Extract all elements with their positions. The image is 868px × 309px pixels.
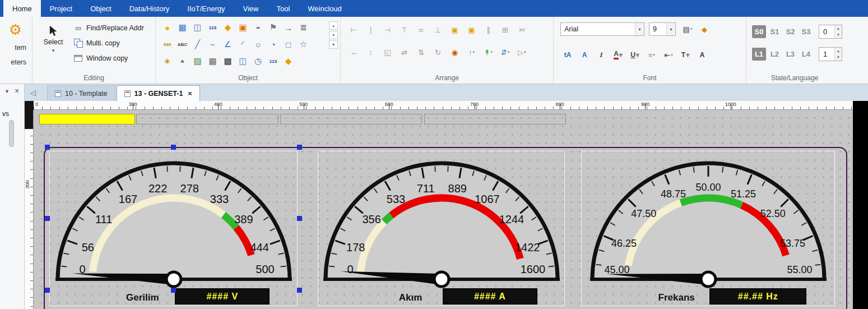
chevron-down-icon[interactable]: ▾: [686, 51, 689, 59]
menu-data-history[interactable]: Data/History: [120, 0, 179, 17]
flip-v-icon[interactable]: ⇅: [415, 46, 428, 58]
selection-handle[interactable]: [297, 145, 302, 150]
rect-icon[interactable]: □: [281, 37, 295, 52]
gear-icon[interactable]: ⚙: [9, 21, 22, 39]
state-s1-button[interactable]: S1: [768, 25, 782, 38]
grow-font-icon[interactable]: tA: [560, 48, 575, 62]
selection-handle[interactable]: [45, 145, 50, 150]
gallery-more-icon[interactable]: ▼: [329, 40, 338, 49]
nudge-icon[interactable]: ⊞: [499, 24, 512, 36]
gauge-value-display[interactable]: ##.## Hz: [709, 288, 806, 305]
burst-icon[interactable]: ∗: [160, 54, 174, 68]
layer-order-icon[interactable]: ⇵▾: [499, 46, 512, 58]
send-back-icon[interactable]: ▷▾: [516, 46, 528, 58]
language-l1-button[interactable]: L1: [752, 48, 766, 61]
spinner-up-icon[interactable]: ▲: [835, 48, 842, 54]
panel-collapse-icon[interactable]: ▼: [4, 89, 10, 94]
font-family-combo[interactable]: Arial ▾: [560, 22, 644, 36]
chevron-down-icon[interactable]: ▾: [52, 48, 55, 53]
selected-screen-bar[interactable]: [39, 114, 135, 124]
format-brush-icon[interactable]: ◆: [697, 22, 712, 36]
menu-project[interactable]: Project: [41, 0, 81, 17]
text-style-icon[interactable]: A: [695, 48, 709, 62]
font-settings-icon[interactable]: ▤▾: [680, 22, 695, 36]
chevron-down-icon[interactable]: ▾: [671, 53, 673, 57]
chevron-down-icon[interactable]: ▾: [619, 51, 623, 59]
space-evenly-icon[interactable]: ∥: [482, 24, 495, 36]
panel-scrollbar[interactable]: [9, 120, 14, 147]
underline-icon[interactable]: U▾: [628, 48, 642, 62]
polyline-icon[interactable]: ∠: [221, 37, 235, 52]
screen-placeholder[interactable]: [136, 114, 278, 124]
gauge-value-display[interactable]: #### V: [175, 288, 270, 305]
menu-tool[interactable]: Tool: [267, 0, 299, 17]
language-l4-button[interactable]: L4: [799, 48, 813, 61]
align-middle-icon[interactable]: ≍: [415, 24, 428, 36]
scroll-down-icon[interactable]: ▾: [329, 31, 338, 39]
system-parameters-label-line1[interactable]: tem: [15, 44, 26, 52]
menu-weincloud[interactable]: Weincloud: [299, 0, 350, 17]
object-gallery-scroll[interactable]: ▴ ▾ ▼: [329, 21, 338, 49]
pipe-icon[interactable]: →: [281, 20, 295, 35]
chevron-down-icon[interactable]: ▾: [690, 27, 693, 31]
tab-10-template[interactable]: 10 - Template: [47, 85, 115, 101]
macro-icon[interactable]: ▣: [236, 20, 250, 35]
chevron-down-icon[interactable]: ▾: [524, 50, 526, 54]
word-diamond-icon[interactable]: ◆: [281, 54, 295, 68]
scroll-up-icon[interactable]: ▴: [329, 21, 338, 30]
state-spinner[interactable]: 0▲▼: [819, 25, 842, 39]
word-lamp-icon[interactable]: ◫: [191, 20, 205, 35]
toggle-grid-icon[interactable]: ◫: [236, 54, 250, 68]
selection-handle[interactable]: [45, 216, 50, 221]
language-spinner[interactable]: 1▲▼: [819, 47, 842, 61]
design-canvas[interactable]: 056111167222278333389444500Gerilim#### V…: [34, 110, 853, 309]
clock-grid-icon[interactable]: ◷: [251, 54, 265, 68]
multi-copy-button[interactable]: Multi. copy: [72, 35, 146, 50]
arc-icon[interactable]: ◜: [236, 37, 250, 52]
align-right-icon[interactable]: ⊣: [381, 24, 394, 36]
menu-object[interactable]: Object: [81, 0, 120, 17]
language-l2-button[interactable]: L2: [768, 48, 782, 61]
distribute-v-icon[interactable]: ▣: [465, 24, 478, 36]
state-s3-button[interactable]: S3: [799, 25, 813, 38]
ascii-icon[interactable]: ABC: [175, 37, 189, 52]
pin-icon[interactable]: ◉: [448, 46, 461, 58]
picture-icon[interactable]: ▨: [191, 54, 205, 68]
menu-home[interactable]: Home: [3, 0, 41, 17]
spinner-down-icon[interactable]: ▼: [835, 54, 842, 61]
meter-icon[interactable]: ◓: [251, 20, 265, 35]
wave-icon[interactable]: ~: [206, 37, 220, 52]
font-size-combo[interactable]: 9 ▾: [649, 22, 676, 36]
chevron-down-icon[interactable]: ▾: [636, 51, 639, 59]
same-width-icon[interactable]: ↔: [347, 46, 360, 58]
shrink-font-icon[interactable]: A: [577, 48, 592, 62]
tab-back-icon[interactable]: ◁: [27, 87, 39, 98]
table-icon[interactable]: ▦: [206, 54, 220, 68]
selection-handle[interactable]: [297, 288, 302, 293]
spinner-down-icon[interactable]: ▼: [835, 32, 842, 39]
chevron-down-icon[interactable]: ▾: [666, 23, 675, 35]
gauge-widget-gerilim[interactable]: 056111167222278333389444500Gerilim#### V: [49, 151, 298, 306]
vertical-text-icon[interactable]: T▾: [678, 48, 693, 62]
line-icon[interactable]: ╱: [191, 37, 205, 52]
menu-iiot-energy[interactable]: IIoT/Energy: [178, 0, 234, 17]
xy-position-icon[interactable]: XY: [516, 24, 528, 36]
same-size-icon[interactable]: ◱: [381, 46, 394, 58]
italic-icon[interactable]: I: [594, 48, 609, 62]
tab-close-icon[interactable]: ×: [188, 89, 192, 98]
layer-up-icon[interactable]: ↑▾: [465, 46, 478, 58]
panel-close-icon[interactable]: ×: [15, 86, 19, 95]
system-parameters-label-line2[interactable]: eters: [11, 58, 26, 66]
spinner-up-icon[interactable]: ▲: [835, 25, 842, 32]
chevron-down-icon[interactable]: ▾: [491, 50, 493, 54]
set-bit-icon[interactable]: ▦: [175, 20, 189, 35]
text-align-icon[interactable]: ≡▾: [644, 48, 659, 62]
numeric-icon[interactable]: 123: [206, 20, 220, 35]
align-center-h-icon[interactable]: ∣: [364, 24, 377, 36]
pie-icon[interactable]: ◔: [266, 37, 280, 52]
align-left-icon[interactable]: ⊢: [347, 24, 360, 36]
rotate-icon[interactable]: ↻: [431, 46, 444, 58]
screen-placeholder[interactable]: [424, 114, 566, 124]
selection-handle[interactable]: [297, 216, 302, 221]
circle-icon[interactable]: ○: [251, 37, 265, 52]
